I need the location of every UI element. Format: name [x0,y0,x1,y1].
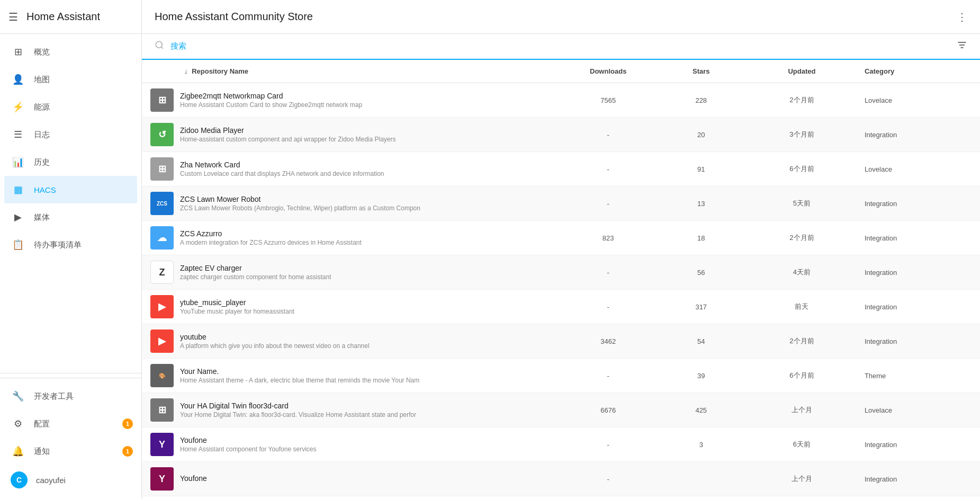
sidebar-item-notifications[interactable]: 🔔 通知 1 [0,438,141,465]
col-stars[interactable]: Stars [654,60,748,83]
notifications-badge: 1 [122,446,133,457]
table-row[interactable]: ZCS ZCS Lawn Mower Robot ZCS Lawn Mower … [142,186,980,221]
username: caoyufei [36,476,66,485]
repo-icon: ⊞ [150,88,174,112]
repo-name: Youfone [180,436,316,444]
repo-info: ZCS Azzurro A modern integration for ZCS… [180,229,362,246]
table-row[interactable]: Z Zaptec EV charger zaptec charger custo… [142,255,980,290]
sidebar-item-energy[interactable]: ⚡ 能源 [0,93,141,121]
filter-icon[interactable] [957,40,967,53]
repo-category: Lovelace [856,83,980,118]
repo-desc: Home-assistant custom component and api … [180,136,396,143]
col-updated[interactable]: Updated [748,60,856,83]
more-options-icon[interactable]: ⋮ [957,11,967,23]
repo-name-cell: ↺ Zidoo Media Player Home-assistant cust… [142,118,562,152]
repo-updated: 6天前 [748,427,856,462]
repo-category: Lovelace [856,152,980,186]
repo-desc: Custom Lovelace card that displays ZHA n… [180,170,384,177]
table-row[interactable]: 🎨 Your Name. Home Assistant theme - A da… [142,359,980,393]
table-row[interactable]: ⊞ Zha Network Card Custom Lovelace card … [142,152,980,186]
sidebar-item-log[interactable]: ☰ 日志 [0,121,141,148]
table-body: ⊞ Zigbee2mqtt Networkmap Card Home Assis… [142,83,980,496]
repo-downloads: - [562,290,655,324]
avatar: C [11,471,28,488]
repo-name: ZCS Lawn Mower Robot [180,195,420,203]
repo-updated: 2个月前 [748,83,856,118]
search-input[interactable] [170,42,967,51]
repo-category: Integration [856,290,980,324]
table-row[interactable]: ▶ youtube A platform which give you info… [142,324,980,359]
sidebar-label-config: 配置 [34,419,50,429]
repo-name-cell: ☁ ZCS Azzurro A modern integration for Z… [142,221,562,255]
hamburger-icon[interactable]: ☰ [8,11,18,23]
repo-downloads: - [562,118,655,152]
user-profile[interactable]: C caoyufei [0,465,141,495]
sidebar-footer: 🔧 开发者工具 ⚙ 配置 1 🔔 通知 1 C caoyufei [0,378,141,499]
repo-downloads: - [562,255,655,290]
sidebar-item-media[interactable]: ▶ 媒体 [0,203,141,231]
sidebar: ☰ Home Assistant ⊞ 概览 👤 地图 ⚡ 能源 ☰ 日志 📊 历… [0,0,142,499]
repo-icon: ▶ [150,295,174,318]
col-downloads[interactable]: Downloads [562,60,655,83]
sidebar-item-config[interactable]: ⚙ 配置 1 [0,410,141,438]
table-row[interactable]: ↺ Zidoo Media Player Home-assistant cust… [142,118,980,152]
sidebar-item-map[interactable]: 👤 地图 [0,66,141,93]
repo-downloads: - [562,427,655,462]
col-category[interactable]: Category [856,60,980,83]
repo-info: ytube_music_player YouTube music player … [180,298,294,315]
sidebar-label-devtools: 开发者工具 [34,391,74,402]
repo-category: Integration [856,462,980,496]
repo-info: Youfone [180,474,207,484]
search-icon [155,40,164,52]
repo-stars: 54 [654,324,748,359]
repo-downloads: - [562,462,655,496]
repo-updated: 上个月 [748,393,856,427]
repo-name: Zaptec EV charger [180,264,331,272]
table-row[interactable]: ▶ ytube_music_player YouTube music playe… [142,290,980,324]
repo-updated: 前天 [748,290,856,324]
repo-desc: ZCS Lawn Mower Robots (Ambrogio, Techlin… [180,204,420,212]
table-row[interactable]: ⊞ Your HA Digital Twin floor3d-card Your… [142,393,980,427]
repo-desc: Home Assistant theme - A dark, electric … [180,377,419,384]
table-row[interactable]: ☁ ZCS Azzurro A modern integration for Z… [142,221,980,255]
table-row[interactable]: ⊞ Zigbee2mqtt Networkmap Card Home Assis… [142,83,980,118]
repo-name: Your HA Digital Twin floor3d-card [180,402,416,410]
repo-name-cell: Z Zaptec EV charger zaptec charger custo… [142,255,562,289]
repo-info: Your Name. Home Assistant theme - A dark… [180,367,419,384]
repo-stars [654,462,748,496]
repo-icon: ▶ [150,329,174,353]
repo-category: Integration [856,324,980,359]
map-icon: 👤 [11,72,25,87]
todo-icon: 📋 [11,237,25,252]
svg-line-1 [161,47,163,48]
repo-category: Integration [856,255,980,290]
col-name[interactable]: ↓ Repository Name [142,60,562,83]
repo-updated: 2个月前 [748,221,856,255]
repo-name: ytube_music_player [180,298,294,307]
repo-desc: A platform which give you info about the… [180,342,370,350]
sidebar-item-hacs[interactable]: ▦ HACS [4,176,137,203]
sidebar-item-history[interactable]: 📊 历史 [0,148,141,176]
media-icon: ▶ [11,210,25,225]
repo-category: Theme [856,359,980,393]
repo-name: Zidoo Media Player [180,126,396,135]
sidebar-item-devtools[interactable]: 🔧 开发者工具 [0,382,141,410]
repo-info: Zigbee2mqtt Networkmap Card Home Assista… [180,92,362,109]
repo-name-cell: ⊞ Zha Network Card Custom Lovelace card … [142,152,562,186]
repo-desc: Home Assistant Custom Card to show Zigbe… [180,101,362,109]
sidebar-label-hacs: HACS [34,185,56,194]
sidebar-item-overview[interactable]: ⊞ 概览 [0,38,141,66]
notifications-icon: 🔔 [11,444,25,459]
sidebar-label-log: 日志 [34,130,50,140]
repo-stars: 91 [654,152,748,186]
repo-icon: 🎨 [150,364,174,387]
main-content: Home Assistant Community Store ⋮ ↓ Re [142,0,980,499]
repo-stars: 425 [654,393,748,427]
devtools-icon: 🔧 [11,389,25,404]
sidebar-item-todo[interactable]: 📋 待办事项清单 [0,231,141,259]
repo-info: youtube A platform which give you info a… [180,333,370,350]
repo-icon: ZCS [150,192,174,215]
table-row[interactable]: Y Youfone Home Assistant component for Y… [142,427,980,462]
repo-stars: 20 [654,118,748,152]
table-row[interactable]: Y Youfone - 上个月 Integration [142,462,980,496]
